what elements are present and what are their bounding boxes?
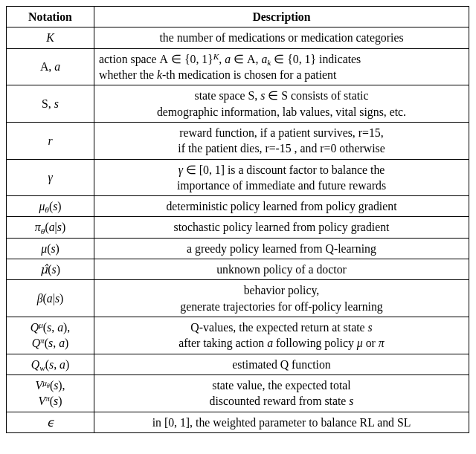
table-row: Qμ(s, a),Qπ(s, a)Q-values, the expected …: [7, 317, 469, 354]
description-cell: in [0, 1], the weighted parameter to bal…: [94, 412, 469, 432]
notation-cell: K: [7, 27, 94, 48]
notation-cell: Vμθ(s),Vπ(s): [7, 374, 94, 412]
table-row: ϵin [0, 1], the weighted parameter to ba…: [7, 412, 469, 432]
description-cell: unknown policy of a doctor: [94, 259, 469, 280]
description-cell: γ ∈ [0, 1] is a discount factor to balan…: [94, 159, 469, 196]
notation-cell: μ(s): [7, 238, 94, 259]
table-header-row: Notation Description: [7, 7, 469, 27]
description-cell: estimated Q function: [94, 354, 469, 374]
notation-cell: μθ(s): [7, 196, 94, 217]
description-cell: the number of medications or medication …: [94, 27, 469, 48]
description-cell: Q-values, the expected return at state s…: [94, 317, 469, 354]
notation-cell: πθ(a|s): [7, 217, 94, 238]
header-description: Description: [94, 7, 469, 27]
notation-cell: β(a|s): [7, 280, 94, 317]
table-row: S, sstate space S, s ∈ S consists of sta…: [7, 85, 469, 123]
table-row: μθ(s)deterministic policy learned from p…: [7, 196, 469, 217]
notation-cell: Qμ(s, a),Qπ(s, a): [7, 317, 94, 354]
notation-cell: S, s: [7, 85, 94, 123]
notation-cell: ϵ: [7, 412, 94, 432]
header-notation: Notation: [7, 7, 94, 27]
description-cell: behavior policy,generate trajectories fo…: [94, 280, 469, 317]
table-row: Kthe number of medications or medication…: [7, 27, 469, 48]
table-row: μ̂(s)unknown policy of a doctor: [7, 259, 469, 280]
description-cell: reward function, if a patient survives, …: [94, 122, 469, 159]
table-row: β(a|s)behavior policy,generate trajector…: [7, 280, 469, 317]
description-cell: deterministic policy learned from policy…: [94, 196, 469, 217]
description-cell: action space A ∈ {0, 1}K, a ∈ A, ak ∈ {0…: [94, 48, 469, 85]
notation-cell: Qw(s, a): [7, 354, 94, 374]
table-row: rreward function, if a patient survives,…: [7, 122, 469, 159]
description-cell: state value, the expected totaldiscounte…: [94, 374, 469, 412]
notation-cell: μ̂(s): [7, 259, 94, 280]
notation-cell: A, a: [7, 48, 94, 85]
table-row: μ(s)a greedy policy learned from Q-learn…: [7, 238, 469, 259]
description-cell: state space S, s ∈ S consists of staticd…: [94, 85, 469, 123]
description-cell: a greedy policy learned from Q-learning: [94, 238, 469, 259]
table-row: γγ ∈ [0, 1] is a discount factor to bala…: [7, 159, 469, 196]
table-row: A, aaction space A ∈ {0, 1}K, a ∈ A, ak …: [7, 48, 469, 85]
table-row: Vμθ(s),Vπ(s)state value, the expected to…: [7, 374, 469, 412]
notation-table: Notation Description Kthe number of medi…: [6, 6, 469, 433]
description-cell: stochastic policy learned from policy gr…: [94, 217, 469, 238]
notation-cell: γ: [7, 159, 94, 196]
notation-cell: r: [7, 122, 94, 159]
table-row: πθ(a|s)stochastic policy learned from po…: [7, 217, 469, 238]
table-row: Qw(s, a)estimated Q function: [7, 354, 469, 374]
